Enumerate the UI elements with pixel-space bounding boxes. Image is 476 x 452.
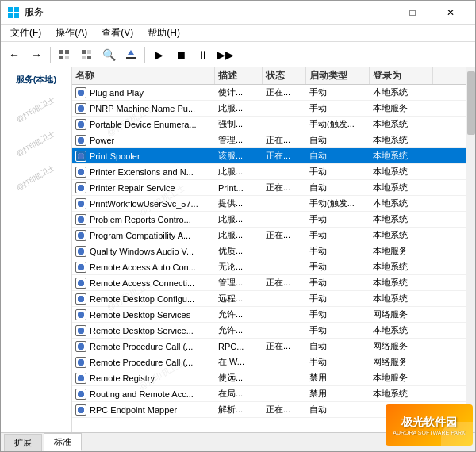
window-title: 服务	[25, 6, 44, 19]
toolbar-export[interactable]	[121, 44, 141, 65]
cell-status-4: 正在...	[263, 148, 306, 163]
cell-startup-13: 手动	[306, 291, 370, 306]
cell-startup-4: 自动	[306, 148, 370, 163]
tab-extend[interactable]: 扩展	[4, 434, 42, 451]
menu-action[interactable]: 操作(A)	[49, 25, 94, 41]
header-status[interactable]: 状态	[263, 67, 306, 84]
cell-desc-9: 此服...	[215, 228, 263, 243]
cell-desc-15: 允许...	[215, 323, 263, 338]
service-icon-15	[75, 325, 86, 336]
table-row[interactable]: Remote Procedure Call (... 在 W... 手动 网络服…	[72, 354, 466, 370]
table-row[interactable]: Power 管理... 正在... 自动 本地系统	[72, 132, 466, 148]
service-icon-11	[75, 262, 86, 273]
table-row[interactable]: Remote Registry 使远... 禁用 本地服务	[72, 370, 466, 386]
toolbar-stop[interactable]: ⏹	[171, 44, 191, 65]
row-name-18: Remote Registry	[90, 373, 155, 383]
row-name-9: Program Compatibility A...	[90, 231, 190, 240]
cell-login-7: 本地系统	[370, 196, 433, 211]
main-content: @打印机卫士 @打印机卫士 @打印机卫士 @打印机卫士 名称 描述 状态 启动类…	[72, 67, 466, 432]
toolbar-back[interactable]: ←	[4, 44, 25, 65]
cell-startup-19: 禁用	[306, 386, 370, 401]
sidebar: 服务(本地) @打印机卫士 @打印机卫士 @打印机卫士	[1, 67, 72, 432]
table-row[interactable]: Routing and Remote Acc... 在局... 禁用 本地系统	[72, 386, 466, 402]
cell-desc-10: 优质...	[215, 243, 263, 259]
scrollbar-track[interactable]	[466, 67, 475, 432]
header-startup[interactable]: 启动类型	[306, 67, 370, 84]
cell-login-10: 本地服务	[370, 243, 433, 259]
cell-status-0: 正在...	[263, 85, 306, 100]
cell-startup-20: 自动	[306, 402, 370, 417]
service-icon-9	[75, 230, 86, 241]
toolbar-up[interactable]	[54, 44, 75, 65]
service-icon-20	[75, 404, 86, 416]
cell-status-13	[263, 291, 306, 306]
cell-login-9: 本地系统	[370, 228, 433, 243]
cell-login-17: 网络服务	[370, 354, 433, 370]
cell-name-15: Remote Desktop Service...	[72, 323, 215, 338]
tab-standard[interactable]: 标准	[44, 433, 82, 451]
header-login[interactable]: 登录为	[370, 67, 433, 84]
table-row[interactable]: PNRP Machine Name Pu... 此服... 手动 本地服务	[72, 101, 466, 117]
table-row[interactable]: Remote Procedure Call (... RPC... 正在... …	[72, 339, 466, 354]
table-row[interactable]: Remote Desktop Configu... 远程... 手动 本地系统	[72, 291, 466, 307]
svg-rect-5	[65, 50, 69, 54]
toolbar-sep-2	[144, 47, 145, 63]
menu-help[interactable]: 帮助(H)	[141, 25, 186, 41]
row-name-15: Remote Desktop Service...	[90, 326, 194, 335]
table-row[interactable]: Quality Windows Audio V... 优质... 手动 本地服务	[72, 243, 466, 259]
table-row[interactable]: PrintWorkflowUserSvc_57... 提供... 手动(触发..…	[72, 196, 466, 212]
toolbar-sep-1	[50, 47, 51, 63]
table-row[interactable]: Remote Access Connecti... 管理... 正在... 手动…	[72, 275, 466, 291]
table-row[interactable]: Print Spooler 该服... 正在... 自动 本地系统	[72, 148, 466, 164]
scrollbar-thumb[interactable]	[467, 71, 475, 135]
toolbar-forward[interactable]: →	[26, 44, 47, 65]
cell-status-5	[263, 164, 306, 179]
service-icon-19	[75, 389, 86, 400]
cell-startup-17: 手动	[306, 354, 370, 370]
cell-login-8: 本地系统	[370, 212, 433, 227]
toolbar-refresh[interactable]	[76, 44, 97, 65]
toolbar-search[interactable]: 🔍	[98, 44, 119, 65]
table-row[interactable]: Remote Access Auto Con... 无论... 手动 本地系统	[72, 259, 466, 275]
cell-startup-12: 手动	[306, 275, 370, 290]
menu-view[interactable]: 查看(V)	[95, 25, 140, 41]
table-row[interactable]: Remote Desktop Service... 允许... 手动 本地系统	[72, 323, 466, 339]
table-row[interactable]: Program Compatibility A... 此服... 正在... 手…	[72, 228, 466, 243]
row-name-13: Remote Desktop Configu...	[90, 294, 194, 304]
table-row[interactable]: Printer Repair Service Print... 正在... 自动…	[72, 180, 466, 196]
toolbar-pause[interactable]: ⏸	[193, 44, 213, 65]
cell-name-14: Remote Desktop Services	[72, 307, 215, 322]
service-icon-13	[75, 293, 86, 305]
table-row[interactable]: Remote Desktop Services 允许... 手动 网络服务	[72, 307, 466, 323]
table-row[interactable]: Plug and Play 使计... 正在... 手动 本地系统	[72, 85, 466, 101]
cell-desc-4: 该服...	[215, 148, 263, 163]
header-name[interactable]: 名称	[72, 67, 215, 84]
service-icon-1	[75, 103, 86, 114]
minimize-button[interactable]: —	[356, 2, 393, 24]
cell-startup-7: 手动(触发...	[306, 196, 370, 211]
window-icon	[7, 6, 20, 19]
toolbar-play[interactable]: ▶	[148, 44, 169, 65]
cell-startup-15: 手动	[306, 323, 370, 338]
close-button[interactable]: ✕	[432, 2, 469, 24]
header-desc[interactable]: 描述	[215, 67, 263, 84]
cell-desc-11: 无论...	[215, 259, 263, 274]
toolbar-restart[interactable]: ▶▶	[215, 44, 236, 65]
cell-desc-1: 此服...	[215, 101, 263, 116]
cell-status-2	[263, 117, 306, 132]
menu-file[interactable]: 文件(F)	[4, 25, 48, 41]
sidebar-title: 服务(本地)	[16, 74, 56, 86]
cell-desc-20: 解析...	[215, 402, 263, 417]
table-row[interactable]: Printer Extensions and N... 此服... 手动 本地系…	[72, 164, 466, 180]
row-name-5: Printer Extensions and N...	[90, 167, 194, 177]
row-name-6: Printer Repair Service	[90, 183, 175, 193]
cell-name-10: Quality Windows Audio V...	[72, 243, 215, 259]
row-name-2: Portable Device Enumera...	[90, 120, 197, 129]
svg-marker-13	[128, 50, 134, 55]
table-row[interactable]: Problem Reports Contro... 此服... 手动 本地系统	[72, 212, 466, 228]
table-body: Plug and Play 使计... 正在... 手动 本地系统 PNRP M…	[72, 85, 466, 432]
table-row[interactable]: Portable Device Enumera... 强制... 手动(触发..…	[72, 117, 466, 132]
maximize-button[interactable]: □	[394, 2, 431, 24]
cell-status-19	[263, 386, 306, 401]
cell-startup-16: 自动	[306, 339, 370, 354]
